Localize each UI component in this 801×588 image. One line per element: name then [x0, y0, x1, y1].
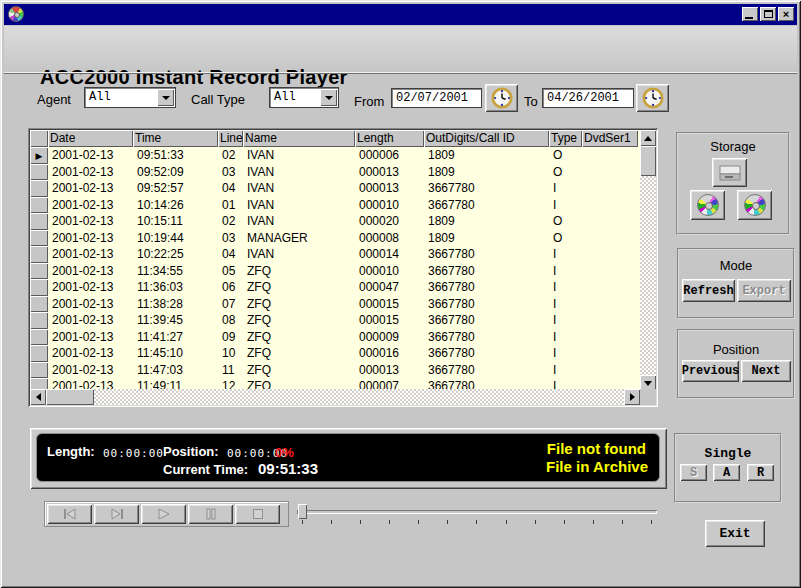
table-row[interactable]: 2001-02-1311:49:1112ZFQ0000073667780I: [30, 378, 640, 389]
column-header-type[interactable]: Type: [549, 130, 582, 147]
records-table[interactable]: DateTimeLineNameLengthOutDigits/Call IDT…: [28, 128, 658, 407]
row-selector[interactable]: [30, 296, 48, 313]
seek-slider[interactable]: [294, 502, 660, 526]
scroll-up-button[interactable]: [640, 130, 656, 146]
row-selector[interactable]: [30, 180, 48, 197]
table-row[interactable]: 2001-02-1309:52:0903IVAN0000131809O: [30, 164, 640, 181]
column-header-length[interactable]: Length: [355, 130, 424, 147]
single-s-button[interactable]: S: [680, 464, 707, 481]
table-row[interactable]: 2001-02-1311:47:0311ZFQ0000133667780I: [30, 362, 640, 379]
row-selector[interactable]: ▶: [30, 147, 48, 164]
column-header-line[interactable]: Line: [218, 130, 243, 147]
column-header-dvdser1[interactable]: DvdSer1: [582, 130, 638, 147]
table-cell: 000007: [355, 378, 424, 389]
table-cell: 10:19:44: [133, 230, 218, 247]
row-selector[interactable]: [30, 246, 48, 263]
position-display-label: Position:: [163, 444, 219, 459]
maximize-button[interactable]: [760, 7, 776, 21]
arrow-down-icon: [644, 381, 652, 386]
table-row[interactable]: 2001-02-1311:45:1010ZFQ0000163667780I: [30, 345, 640, 362]
call-type-dropdown-button[interactable]: [320, 89, 337, 106]
previous-button[interactable]: Previous: [682, 360, 739, 382]
from-date-picker-button[interactable]: [485, 84, 518, 112]
agent-select[interactable]: All: [84, 87, 176, 108]
table-cell: 000008: [355, 230, 424, 247]
table-row[interactable]: 2001-02-1310:14:2601IVAN0000103667780I: [30, 197, 640, 214]
title-bar[interactable]: ×: [4, 4, 797, 25]
to-date-picker-button[interactable]: [636, 84, 669, 112]
table-cell: 000010: [355, 263, 424, 280]
play-button[interactable]: [141, 504, 186, 524]
row-selector[interactable]: [30, 164, 48, 181]
row-selector[interactable]: [30, 345, 48, 362]
table-cell: 2001-02-13: [48, 246, 133, 263]
call-type-select[interactable]: All: [269, 87, 339, 108]
stop-button[interactable]: [235, 504, 280, 524]
table-cell: 06: [218, 279, 243, 296]
table-row[interactable]: 2001-02-1311:39:4508ZFQ0000153667780I: [30, 312, 640, 329]
table-row[interactable]: 2001-02-1311:34:5505ZFQ0000103667780I: [30, 263, 640, 280]
skip-end-icon: [108, 508, 126, 520]
row-selector[interactable]: [30, 362, 48, 379]
pause-button[interactable]: [188, 504, 233, 524]
row-selector[interactable]: [30, 329, 48, 346]
row-selector[interactable]: [30, 263, 48, 280]
slider-track[interactable]: [297, 510, 657, 514]
table-body[interactable]: ▶2001-02-1309:51:3302IVAN0000061809O2001…: [30, 147, 640, 389]
slider-tick: [302, 520, 303, 524]
storage-drive-button[interactable]: [712, 158, 747, 187]
table-row[interactable]: 2001-02-1311:41:2709ZFQ0000093667780I: [30, 329, 640, 346]
row-selector[interactable]: [30, 197, 48, 214]
table-cell: IVAN: [243, 213, 355, 230]
row-selector[interactable]: [30, 279, 48, 296]
scroll-left-button[interactable]: [30, 389, 46, 405]
slider-thumb[interactable]: [298, 504, 307, 519]
table-row[interactable]: 2001-02-1311:36:0306ZFQ0000473667780I: [30, 279, 640, 296]
from-date-field[interactable]: 02/07/2001: [391, 88, 482, 108]
to-date-field[interactable]: 04/26/2001: [542, 88, 634, 108]
next-button[interactable]: Next: [741, 360, 791, 382]
table-cell: ZFQ: [243, 279, 355, 296]
table-row[interactable]: 2001-02-1310:19:4403MANAGER0000081809O: [30, 230, 640, 247]
single-r-button[interactable]: R: [747, 464, 774, 481]
exit-button[interactable]: Exit: [705, 520, 765, 547]
minimize-button[interactable]: [742, 7, 758, 21]
vertical-scrollbar[interactable]: [640, 130, 656, 391]
row-selector[interactable]: [30, 378, 48, 389]
scroll-right-button[interactable]: [624, 389, 640, 405]
horizontal-scrollbar[interactable]: [30, 389, 640, 405]
row-selector[interactable]: [30, 312, 48, 329]
table-cell: 02: [218, 213, 243, 230]
vertical-scroll-thumb[interactable]: [640, 146, 656, 176]
column-header-time[interactable]: Time: [133, 130, 218, 147]
table-cell: 03: [218, 230, 243, 247]
storage-cd-left-button[interactable]: [690, 190, 725, 220]
table-cell: I: [549, 180, 582, 197]
page-title: ACC2000 Instant Record Player: [40, 66, 348, 89]
table-cell: ZFQ: [243, 362, 355, 379]
skip-to-start-button[interactable]: [47, 504, 92, 524]
single-a-button[interactable]: A: [713, 464, 740, 481]
table-cell: [582, 180, 638, 197]
close-button[interactable]: ×: [778, 7, 794, 21]
column-header-date[interactable]: Date: [48, 130, 133, 147]
table-row[interactable]: 2001-02-1311:38:2807ZFQ0000153667780I: [30, 296, 640, 313]
table-row[interactable]: 2001-02-1309:52:5704IVAN0000133667780I: [30, 180, 640, 197]
table-row[interactable]: 2001-02-1310:15:1102IVAN0000201809O: [30, 213, 640, 230]
row-selector[interactable]: [30, 213, 48, 230]
skip-to-end-button[interactable]: [94, 504, 139, 524]
horizontal-scroll-thumb[interactable]: [46, 389, 94, 405]
agent-dropdown-button[interactable]: [157, 89, 174, 106]
column-header-outdigits-call-id[interactable]: OutDigits/Call ID: [424, 130, 549, 147]
table-cell: 2001-02-13: [48, 312, 133, 329]
table-row[interactable]: 2001-02-1310:22:2504IVAN0000143667780I: [30, 246, 640, 263]
refresh-button[interactable]: Refresh: [682, 279, 735, 302]
position-percent: 0%: [275, 445, 294, 460]
table-row[interactable]: ▶2001-02-1309:51:3302IVAN0000061809O: [30, 147, 640, 164]
table-cell: [582, 345, 638, 362]
column-header-name[interactable]: Name: [243, 130, 355, 147]
status-display-screen: Length: 00:00:00 Position: 00:00:00 0% C…: [36, 433, 660, 482]
row-selector[interactable]: [30, 230, 48, 247]
storage-cd-right-button[interactable]: [737, 190, 772, 220]
export-button[interactable]: Export: [737, 279, 791, 302]
